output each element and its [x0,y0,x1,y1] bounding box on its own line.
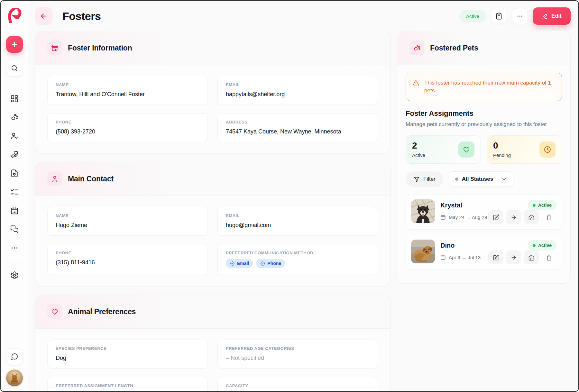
field-foster-name: NAME Trantow, Hilll and O'Connell Foster [47,76,208,105]
delete-assignment-button[interactable] [541,251,556,264]
status-filter-dropdown[interactable]: All Statuses [449,171,513,187]
sidebar-item-adoptions[interactable] [10,150,19,159]
return-home-button[interactable] [524,251,539,264]
paw-print-icon [409,41,424,55]
field-label: EMAIL [226,213,370,218]
home-icon [528,214,535,221]
pending-stat-card: 0 Pending [487,135,562,164]
more-actions-button[interactable] [512,8,528,24]
field-value: Trantow, Hilll and O'Connell Foster [56,91,199,98]
animal-preferences-section: Animal Preferences SPECIES PREFERENCE Do… [35,295,391,392]
home-icon [528,254,535,261]
field-label: EMAIL [226,82,370,87]
pet-photo [411,240,435,263]
search-button[interactable] [6,60,23,77]
pet-name: Dino [440,242,455,249]
pet-status-badge: Active [528,240,556,251]
filter-button[interactable]: Filter [406,171,444,187]
assignment-dates: Apr 9 → Jul 13 [440,255,481,260]
user-avatar[interactable] [6,369,23,386]
sidebar-item-messages[interactable] [10,225,19,234]
field-label: PREFERRED AGE CATEGORIES [226,346,370,351]
edit-button[interactable]: Edit [533,7,571,25]
field-label: ADDRESS [226,120,370,124]
assignment-dates: May 24 → Aug 29 [440,214,487,220]
pencil-icon [542,13,548,19]
calendar-icon [440,214,446,220]
notes-button[interactable] [491,8,507,24]
pet-name: Krystal [440,202,462,209]
field-foster-address: ADDRESS 74547 Kaya Course, New Wayne, Mi… [217,113,378,142]
page-header: Fosters Active Edit [35,6,571,26]
sidebar-divider [6,262,23,262]
edit-icon [493,254,499,261]
warning-triangle-icon [412,80,419,87]
delete-assignment-button[interactable] [541,210,556,224]
transfer-assignment-button[interactable] [506,251,521,264]
field-foster-phone: PHONE (508) 393-2720 [47,113,208,142]
heart-icon [47,304,62,319]
field-age-categories: PREFERRED AGE CATEGORIES – Not specified [217,340,378,369]
field-communication-method: PREFERRED COMMUNICATION METHOD Email Pho… [217,244,378,275]
field-value: (315) 811-9416 [56,259,199,266]
sidebar [1,1,28,391]
add-button[interactable] [6,36,23,53]
sidebar-item-calendar[interactable] [10,206,19,215]
sidebar-item-tasks[interactable] [10,187,19,196]
section-title: Foster Information [68,44,132,52]
pet-status-badge: Active [528,200,556,210]
pet-photo [411,199,435,223]
main-contact-section: Main Contact NAME Hugo Zieme EMAIL hugo@… [35,162,391,286]
page-title: Fosters [62,10,101,23]
pending-count: 0 [493,141,511,150]
arrow-right-icon [510,214,517,221]
fostered-pets-section: Fostered Pets This foster has reached th… [397,31,571,284]
field-label: CAPACITY [226,383,370,388]
field-value: – Not specified [226,355,370,361]
sidebar-item-fosters[interactable] [10,132,19,141]
status-dot [455,178,458,181]
section-title: Main Contact [68,175,114,183]
funnel-icon [414,176,420,182]
sidebar-item-dashboard[interactable] [10,94,19,103]
user-icon [47,171,62,186]
active-stat-card: 2 Active [406,135,481,164]
field-assignment-length: PREFERRED ASSIGNMENT LENGTH – Not specif… [47,377,208,392]
return-home-button[interactable] [524,210,539,224]
comm-badge-phone: Phone [256,259,285,268]
back-button[interactable] [35,7,53,25]
field-label: NAME [56,213,199,218]
trash-icon [546,254,552,261]
field-label: NAME [56,82,199,87]
pet-card-krystal[interactable]: Krystal Active May 24 → Aug [406,195,562,230]
sidebar-item-pets[interactable] [10,113,19,122]
clock-icon [539,141,556,158]
edit-icon [493,214,499,221]
field-contact-phone: PHONE (315) 811-9416 [47,244,208,275]
field-value: Dog [56,355,199,361]
sidebar-nav [10,94,19,252]
edit-assignment-button[interactable] [488,251,503,264]
chat-button[interactable] [6,348,23,365]
warning-text: This foster has reached their maximum ca… [424,79,555,95]
sidebar-item-settings[interactable] [10,271,19,280]
edit-button-label: Edit [551,13,562,19]
field-label: PREFERRED COMMUNICATION METHOD [226,251,370,255]
sidebar-item-more[interactable] [10,243,19,252]
field-contact-email: EMAIL hugo@gmail.com [217,207,378,236]
field-foster-email: EMAIL happytails@shelter.org [217,76,378,105]
edit-assignment-button[interactable] [488,210,503,224]
field-label: SPECIES PREFERENCE [56,346,199,351]
assignment-stats: 2 Active 0 Pending [406,135,562,164]
field-value: hugo@gmail.com [226,222,370,229]
field-label: PREFERRED ASSIGNMENT LENGTH [56,383,199,388]
arrow-right-icon [510,254,517,261]
calendar-icon [440,255,446,260]
status-badge: Active [459,10,486,23]
app-logo-icon[interactable] [7,7,22,24]
transfer-assignment-button[interactable] [506,210,521,224]
sidebar-item-records[interactable] [10,169,19,178]
pet-card-dino[interactable]: Dino Active Apr 9 → Jul 13 [406,235,562,270]
field-contact-name: NAME Hugo Zieme [47,207,208,236]
main-content: Fosters Active Edit [28,1,578,391]
